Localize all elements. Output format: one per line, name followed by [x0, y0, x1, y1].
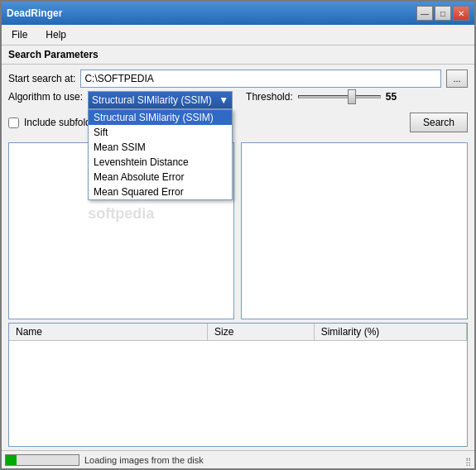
browse-button[interactable]: ... [446, 70, 468, 88]
start-search-row: Start search at: ... [8, 70, 468, 88]
algo-threshold-row: Algorithm to use: Structural SIMilarity … [8, 91, 468, 109]
algo-dropdown-arrow: ▼ [219, 94, 228, 106]
close-button[interactable]: ✕ [453, 6, 469, 21]
col-similarity: Similarity (%) [315, 324, 467, 340]
algo-option-5[interactable]: Mean Squared Error [89, 185, 232, 199]
progress-bar-container [5, 454, 79, 466]
col-name: Name [9, 324, 208, 340]
threshold-value: 55 [386, 91, 397, 103]
main-window: DeadRinger — □ ✕ File Help Search Parame… [0, 0, 476, 470]
image-panel-right [241, 142, 469, 319]
menu-bar: File Help [2, 25, 474, 46]
threshold-row: Threshold: 55 [246, 91, 397, 103]
algo-select-container: Structural SIMilarity (SSIM) ▼ Structura… [88, 91, 233, 109]
algo-selected-text: Structural SIMilarity (SSIM) [92, 94, 212, 106]
window-title: DeadRinger [7, 7, 62, 19]
threshold-slider-track [298, 95, 381, 98]
resize-handle[interactable]: ⣿ [459, 454, 471, 466]
threshold-label: Threshold: [246, 91, 293, 103]
maximize-button[interactable]: □ [435, 6, 451, 21]
start-search-input[interactable] [80, 70, 441, 88]
subfolder-row: Include subfolders Search [8, 113, 468, 132]
results-header: Name Size Similarity (%) [9, 324, 467, 341]
algo-selected[interactable]: Structural SIMilarity (SSIM) ▼ [88, 91, 233, 109]
algo-option-1[interactable]: Sift [89, 125, 232, 140]
algo-option-2[interactable]: Mean SSIM [89, 140, 232, 155]
start-search-label: Start search at: [8, 73, 75, 84]
threshold-slider-thumb[interactable] [348, 89, 356, 104]
status-text: Loading images from the disk [84, 455, 204, 465]
status-bar: Loading images from the disk ⣿ [2, 450, 474, 468]
search-button[interactable]: Search [410, 113, 468, 132]
section-label: Search Parameters [2, 46, 474, 65]
menu-help[interactable]: Help [41, 27, 71, 42]
subfolder-checkbox[interactable] [8, 118, 19, 128]
algo-dropdown: Structural SIMilarity (SSIM) Sift Mean S… [88, 109, 233, 200]
algo-label: Algorithm to use: [8, 91, 83, 103]
algo-option-3[interactable]: Levenshtein Distance [89, 155, 232, 170]
title-bar: DeadRinger — □ ✕ [2, 2, 474, 25]
images-area: softpedia [2, 137, 474, 323]
menu-file[interactable]: File [7, 27, 32, 42]
algo-option-0[interactable]: Structural SIMilarity (SSIM) [89, 110, 232, 125]
progress-bar-fill [6, 455, 17, 465]
algo-option-4[interactable]: Mean Absolute Error [89, 170, 232, 185]
col-size: Size [208, 324, 315, 340]
minimize-button[interactable]: — [416, 6, 433, 21]
params-area: Start search at: ... Algorithm to use: S… [2, 65, 474, 137]
results-area: Name Size Similarity (%) [8, 323, 468, 447]
title-bar-controls: — □ ✕ [416, 6, 469, 21]
